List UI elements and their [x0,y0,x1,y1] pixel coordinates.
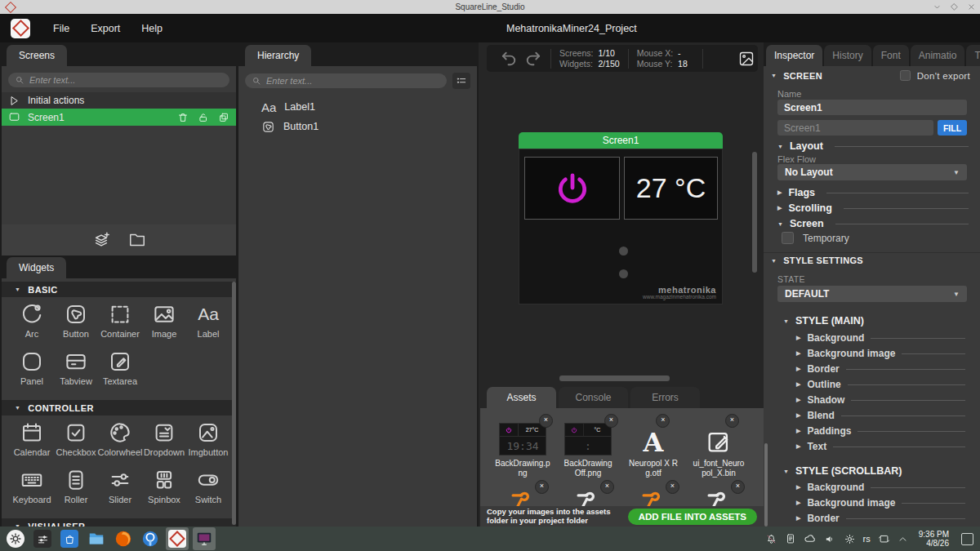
widgets-section-visualiser[interactable]: ▼VISUALISER [2,518,236,527]
scrolling-section-header[interactable]: ▶ Scrolling [764,202,980,214]
widget-imgbutton[interactable]: Imgbutton [186,419,230,466]
add-file-into-assets-button[interactable]: ADD FILE INTO ASSETS [628,509,757,525]
inspector-scrollbar[interactable] [764,443,768,527]
hierarchy-item-button1[interactable]: Button1 [238,117,477,136]
remove-asset-icon[interactable]: × [604,414,618,428]
widget-slider[interactable]: Slider [98,466,142,513]
design-screen[interactable]: Screen1 27 °C mehatronika www.magazinmeh… [519,132,723,304]
asset-item[interactable]: × [621,486,686,506]
screen-name-input[interactable]: Screen1 [777,100,967,115]
brightness-icon[interactable] [844,533,856,545]
widget-label[interactable]: AaLabel [186,300,230,348]
tab-font[interactable]: Font [873,45,909,66]
remove-asset-icon[interactable]: × [539,414,553,428]
widget-dropdown[interactable]: Dropdown [142,419,186,466]
dont-export-checkbox[interactable] [900,70,911,81]
temperature-label-widget[interactable]: 27 °C [624,157,718,220]
tray-expand-icon[interactable] [898,534,908,544]
screens-item-screen1[interactable]: Screen1 [2,109,236,126]
canvas-vertical-scrollbar[interactable] [752,152,757,273]
screen-sub-section-header[interactable]: ▼ Screen [764,218,980,229]
widget-roller[interactable]: Roller [54,466,98,513]
design-screen-titlebar[interactable]: Screen1 [519,132,723,149]
tab-animatio[interactable]: Animatio [911,45,965,66]
screenshot-icon[interactable] [738,51,755,67]
layout-section-header[interactable]: ▼ Layout [764,140,980,152]
list-view-icon[interactable] [452,73,470,89]
style-row-outline[interactable]: ▶Outline [796,379,970,390]
style-row-paddings[interactable]: ▶Paddings [796,425,970,437]
undo-icon[interactable] [500,49,519,68]
power-button-widget[interactable] [524,157,620,220]
widget-checkbox[interactable]: Checkbox [54,419,98,466]
widget-keyboard[interactable]: Keyboard [10,466,54,513]
tab-hierarchy[interactable]: Hierarchy [245,45,311,66]
duplicate-screen-icon[interactable] [218,112,229,123]
widget-tabview[interactable]: Tabview [54,348,98,395]
style-row-shadow[interactable]: ▶Shadow [796,394,970,406]
widget-textarea[interactable]: Textarea [98,348,142,395]
style-settings-header[interactable]: ▼ STYLE SETTINGS [764,256,980,265]
clipboard-icon[interactable] [785,533,796,544]
tab-assets[interactable]: Assets [487,387,556,408]
temporary-checkbox[interactable] [782,232,794,244]
widget-colorwheel[interactable]: Colorwheel [98,419,142,466]
taskbar-clock[interactable]: 9:36 PM 4/8/26 [919,530,949,549]
hierarchy-search-input[interactable]: Enter text... [245,73,447,88]
tab-console[interactable]: Console [559,387,628,408]
canvas-horizontal-scrollbar[interactable] [559,375,670,381]
design-screen-body[interactable]: 27 °C mehatronika www.magazinmehatronika… [519,149,723,304]
volume-icon[interactable] [824,533,836,545]
dock-file-manager-icon[interactable] [85,527,108,550]
screen-section-header[interactable]: ▼ SCREEN Don't export [764,70,980,81]
widget-panel[interactable]: Panel [10,348,54,395]
dock-squareline-icon[interactable] [166,527,189,550]
menu-item-export[interactable]: Export [91,23,140,34]
screens-item-initial-actions[interactable]: Initial actions [2,92,236,109]
style-row-background[interactable]: ▶Background [796,332,970,344]
fill-button[interactable]: FILL [938,120,967,136]
asset-item[interactable]: ×ui_font_Neuropol_X.bin [686,420,751,478]
hierarchy-item-label1[interactable]: AaLabel1 [238,97,477,117]
folder-icon[interactable] [128,231,146,249]
tab-errors[interactable]: Errors [630,387,700,408]
menu-item-help[interactable]: Help [141,23,182,34]
tab-history[interactable]: History [824,45,871,66]
flags-section-header[interactable]: ▶ Flags [764,187,980,198]
redo-icon[interactable] [523,49,542,68]
asset-item[interactable]: A×Neuropol X Rg.otf [621,420,686,478]
asset-item[interactable]: × [490,486,555,506]
asset-item[interactable]: × [555,486,621,506]
close-icon[interactable] [968,3,975,11]
tab-widgets[interactable]: Widgets [7,257,66,278]
remove-asset-icon[interactable]: × [725,414,739,428]
remove-asset-icon[interactable]: × [535,480,549,494]
dock-settings-icon[interactable] [4,527,27,550]
widget-image[interactable]: Image [142,300,186,348]
menu-item-file[interactable]: File [53,23,89,34]
maximize-icon[interactable] [951,3,958,11]
delete-screen-icon[interactable] [177,112,189,123]
cloud-icon[interactable] [804,532,817,545]
widget-container[interactable]: Container [98,300,142,348]
widget-button[interactable]: Button [54,300,98,348]
widget-spinbox[interactable]: Spinbox [142,466,186,513]
style-row-text[interactable]: ▶Text [796,441,970,452]
tab-screens[interactable]: Screens [7,45,67,66]
remove-asset-icon[interactable]: × [731,480,745,494]
widgets-section-basic[interactable]: ▼BASIC [2,282,236,297]
asset-item[interactable]: °C:×BackDrawing Off.png [555,420,621,478]
style-row-border[interactable]: ▶Border [796,363,970,375]
style-row-border[interactable]: ▶Border [796,513,970,524]
widgets-scrollbar[interactable] [232,282,236,525]
style-main-header[interactable]: ▼ STYLE (MAIN) [764,315,980,327]
show-desktop-button[interactable] [961,533,973,545]
add-screen-icon[interactable] [92,231,110,249]
tab-inspector[interactable]: Inspector [766,45,822,66]
tray-rs-indicator[interactable]: rs [863,534,871,544]
asset-item[interactable]: × [686,486,751,506]
style-scrollbar-header[interactable]: ▼ STYLE (SCROLLBAR) [764,465,980,477]
style-row-background[interactable]: ▶Background [796,482,970,493]
dock-tweaks-icon[interactable] [31,527,54,550]
dock-app-drop-icon[interactable] [139,527,162,550]
